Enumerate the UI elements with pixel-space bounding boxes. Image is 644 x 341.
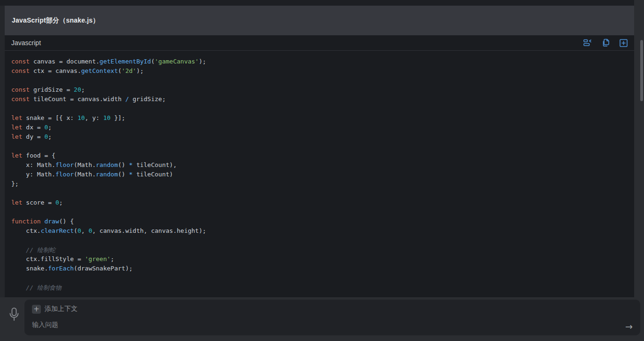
- code-line: snake.forEach(drawSnakePart);: [11, 265, 628, 274]
- code-line: let score = 0;: [11, 199, 628, 208]
- plus-square-icon: [620, 39, 628, 47]
- code-language-label: Javascript: [11, 39, 41, 47]
- scrollbar-thumb[interactable]: [640, 40, 643, 101]
- code-line: x: Math.floor(Math.random() * tileCount)…: [11, 161, 628, 171]
- send-button[interactable]: →: [625, 321, 633, 332]
- code-line: [11, 105, 628, 114]
- context-row: + 添加上下文: [32, 304, 633, 314]
- question-input-placeholder[interactable]: 输入问题: [32, 321, 633, 329]
- code-line: const tileCount = canvas.width / gridSiz…: [11, 95, 628, 105]
- add-context-label: 添加上下文: [45, 305, 78, 313]
- copy-code-button[interactable]: [601, 39, 610, 47]
- copy-icon: [602, 39, 610, 47]
- insert-into-editor-button[interactable]: [583, 39, 592, 47]
- code-toolbar: [583, 39, 628, 47]
- code-block: Javascript: [5, 35, 634, 297]
- top-strip: [0, 0, 634, 6]
- plus-icon: +: [33, 305, 39, 313]
- code-line: [11, 274, 628, 284]
- code-block-header: Javascript: [5, 35, 634, 51]
- code-line: [11, 208, 628, 218]
- chat-input-box[interactable]: + 添加上下文 输入问题 →: [24, 300, 640, 335]
- code-line: [11, 237, 628, 246]
- code-line: [11, 77, 628, 86]
- code-line: ctx.fillStyle = 'green';: [11, 255, 628, 265]
- code-line: ctx.clearRect(0, 0, canvas.width, canvas…: [11, 227, 628, 237]
- code-line: function draw() {: [11, 218, 628, 227]
- code-line: };: [11, 180, 628, 190]
- code-line: [11, 143, 628, 152]
- code-content: const canvas = document.getElementById('…: [5, 51, 634, 293]
- code-line: // 绘制蛇: [11, 246, 628, 255]
- microphone-icon: [8, 307, 22, 324]
- code-line: let dx = 0;: [11, 124, 628, 133]
- code-line: // 绘制食物: [11, 284, 628, 293]
- code-line: let food = {: [11, 152, 628, 161]
- add-context-button[interactable]: +: [32, 305, 41, 314]
- code-line: let snake = [{ x: 10, y: 10 }];: [11, 114, 628, 124]
- insert-new-file-button[interactable]: [619, 39, 628, 47]
- composer-area: + 添加上下文 输入问题 →: [0, 297, 644, 341]
- panel-left-gutter: [0, 6, 5, 297]
- code-line: const gridSize = 20;: [11, 86, 628, 95]
- insert-into-editor-icon: [583, 39, 592, 47]
- code-line: y: Math.floor(Math.random() * tileCount): [11, 171, 628, 180]
- message-title: JavaScript部分（snake.js）: [12, 16, 99, 25]
- code-line: [11, 190, 628, 199]
- ai-chat-panel: JavaScript部分（snake.js） Javascript: [0, 0, 644, 341]
- code-line: let dy = 0;: [11, 133, 628, 143]
- arrow-right-icon: →: [625, 321, 633, 332]
- code-line: const ctx = canvas.getContext('2d');: [11, 67, 628, 77]
- message-header: JavaScript部分（snake.js）: [5, 6, 634, 35]
- mic-button[interactable]: [8, 306, 22, 325]
- code-line: const canvas = document.getElementById('…: [11, 58, 628, 67]
